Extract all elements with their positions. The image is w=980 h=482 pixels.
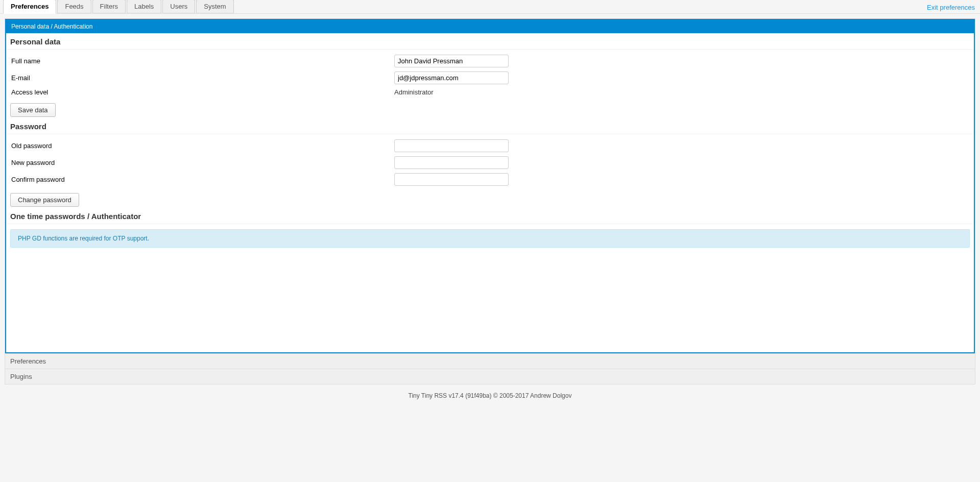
save-data-button[interactable]: Save data: [10, 103, 56, 117]
full-name-input[interactable]: [394, 55, 509, 67]
full-name-label: Full name: [11, 57, 394, 65]
tab-system[interactable]: System: [196, 0, 233, 13]
old-password-label: Old password: [11, 142, 394, 150]
tab-users[interactable]: Users: [162, 0, 195, 13]
new-password-input[interactable]: [394, 156, 509, 169]
section-title-otp: One time passwords / Authenticator: [7, 208, 973, 224]
top-bar: Preferences Feeds Filters Labels Users S…: [0, 0, 980, 14]
confirm-password-input[interactable]: [394, 173, 509, 186]
change-password-button[interactable]: Change password: [10, 193, 79, 207]
section-title-personal-data: Personal data: [7, 33, 973, 50]
exit-preferences-link[interactable]: Exit preferences: [927, 4, 975, 13]
personal-data-form: Full name E-mail Access level Administra…: [6, 50, 974, 100]
accordion-personal-data: Personal data / Authentication Personal …: [5, 19, 975, 353]
tab-filters[interactable]: Filters: [92, 0, 126, 13]
confirm-password-label: Confirm password: [11, 176, 394, 183]
accordion-body: Personal data Full name E-mail Access le…: [6, 33, 974, 352]
content-panel: Personal data / Authentication Personal …: [5, 18, 975, 384]
tab-feeds[interactable]: Feeds: [57, 0, 91, 13]
tab-preferences[interactable]: Preferences: [3, 0, 56, 14]
otp-notice: PHP GD functions are required for OTP su…: [10, 229, 970, 248]
password-form: Old password New password Confirm passwo…: [6, 134, 974, 190]
accordion-plugins[interactable]: Plugins: [5, 369, 975, 384]
email-input[interactable]: [394, 71, 509, 84]
footer-text: Tiny Tiny RSS v17.4 (91f49ba) © 2005-201…: [0, 389, 980, 402]
access-level-value: Administrator: [394, 88, 969, 96]
email-label: E-mail: [11, 74, 394, 82]
section-title-password: Password: [7, 118, 973, 134]
tab-labels[interactable]: Labels: [127, 0, 161, 13]
new-password-label: New password: [11, 159, 394, 166]
access-level-label: Access level: [11, 88, 394, 96]
old-password-input[interactable]: [394, 139, 509, 152]
tab-list: Preferences Feeds Filters Labels Users S…: [3, 0, 234, 13]
accordion-header-personal-data[interactable]: Personal data / Authentication: [6, 20, 974, 33]
accordion-preferences[interactable]: Preferences: [5, 353, 975, 369]
